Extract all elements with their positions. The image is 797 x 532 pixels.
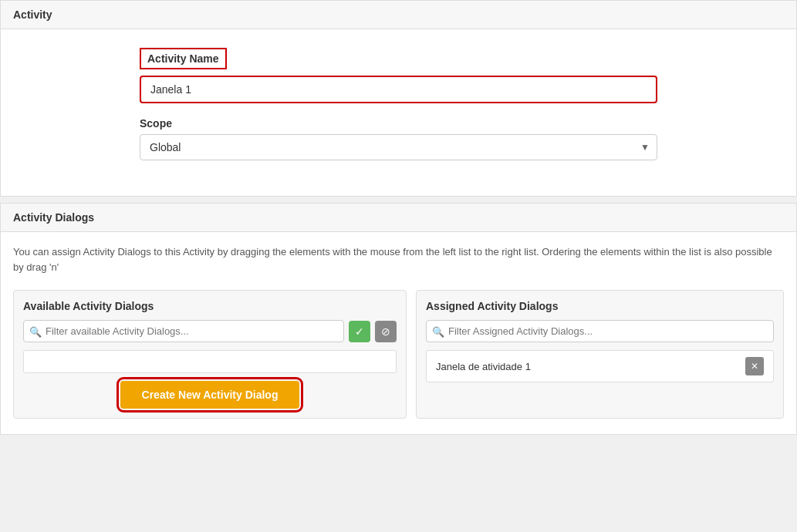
activity-dialogs-header: Activity Dialogs [1, 204, 796, 232]
scope-label: Scope [140, 117, 657, 130]
available-filter-input[interactable] [23, 320, 344, 342]
assigned-list-content: Janela de atividade 1 ✕ [426, 350, 774, 382]
assigned-filter-row: 🔍 [426, 320, 774, 342]
available-filter-row: 🔍 ✓ ⊘ [23, 320, 397, 342]
scope-select-wrapper: Global Local Custom ▼ [140, 134, 657, 160]
assigned-filter-wrapper: 🔍 [426, 320, 774, 342]
dual-list-container: Available Activity Dialogs 🔍 ✓ ⊘ Create … [13, 290, 784, 419]
list-item: Janela de atividade 1 ✕ [427, 351, 773, 382]
available-panel: Available Activity Dialogs 🔍 ✓ ⊘ Create … [13, 290, 407, 419]
search-icon-assigned: 🔍 [432, 325, 444, 337]
assigned-item-label: Janela de atividade 1 [436, 361, 531, 372]
activity-name-field-group: Activity Name [140, 48, 657, 103]
available-list-content [23, 350, 397, 373]
search-icon: 🔍 [29, 325, 42, 337]
create-btn-row: Create New Activity Dialog [23, 381, 397, 409]
scope-field-group: Scope Global Local Custom ▼ [140, 117, 657, 160]
assigned-filter-input[interactable] [426, 320, 774, 342]
activity-name-input[interactable] [140, 76, 657, 103]
create-button-label: Create New Activity Dialog [142, 389, 279, 401]
activity-section: Activity Activity Name Scope Global Loca… [0, 0, 797, 197]
scope-select[interactable]: Global Local Custom [140, 134, 657, 160]
deselect-all-button[interactable]: ⊘ [375, 321, 397, 342]
available-filter-wrapper: 🔍 [23, 320, 344, 342]
activity-dialogs-section: Activity Dialogs You can assign Activity… [0, 203, 797, 435]
available-panel-title: Available Activity Dialogs [23, 300, 397, 312]
activity-title: Activity [13, 8, 52, 21]
activity-dialogs-title: Activity Dialogs [13, 211, 94, 224]
assigned-item-remove-button[interactable]: ✕ [745, 357, 764, 375]
select-all-button[interactable]: ✓ [349, 321, 370, 342]
activity-name-label: Activity Name [140, 48, 227, 69]
assigned-panel-title: Assigned Activity Dialogs [426, 300, 774, 312]
info-text: You can assign Activity Dialogs to this … [13, 244, 784, 274]
assigned-panel: Assigned Activity Dialogs 🔍 Janela de at… [416, 290, 784, 419]
activity-section-header: Activity [1, 1, 796, 29]
create-new-activity-dialog-button[interactable]: Create New Activity Dialog [120, 381, 300, 409]
